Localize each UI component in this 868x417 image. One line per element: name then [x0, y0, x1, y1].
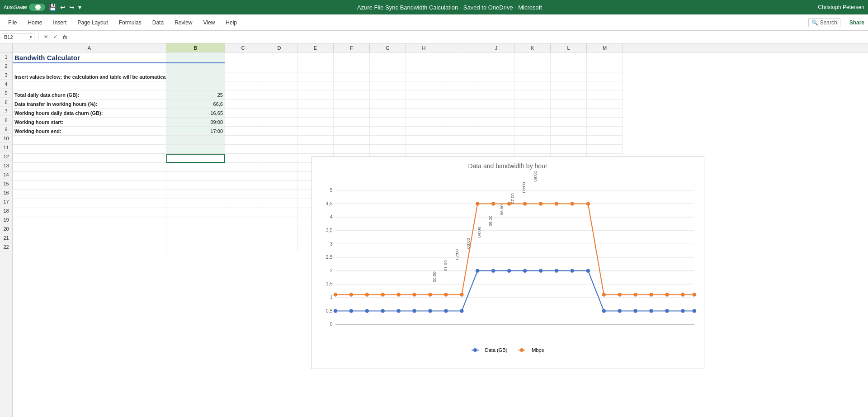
cell-h6[interactable]: [406, 100, 442, 109]
cell-j3[interactable]: [478, 72, 514, 81]
cell-k10[interactable]: [514, 136, 551, 145]
cell-b11[interactable]: [166, 145, 225, 154]
row-num-2[interactable]: 2: [0, 62, 12, 71]
cell-ref-dropdown-icon[interactable]: ▾: [30, 35, 32, 39]
cell-m11[interactable]: [587, 145, 623, 154]
cell-a1[interactable]: Bandwith Calculator: [13, 52, 166, 63]
tab-data[interactable]: Data: [148, 18, 168, 28]
undo-icon[interactable]: ↩: [60, 4, 66, 11]
cell-h8[interactable]: [406, 118, 442, 127]
cell-j10[interactable]: [478, 136, 514, 145]
cell-c2[interactable]: [225, 63, 261, 72]
cell-a8[interactable]: Working hours start:: [13, 118, 166, 127]
cell-l10[interactable]: [551, 136, 587, 145]
cell-b18[interactable]: [166, 208, 225, 217]
cell-c22[interactable]: [225, 244, 261, 253]
col-header-l[interactable]: L: [551, 43, 587, 52]
cell-h1[interactable]: [406, 52, 442, 63]
row-num-3[interactable]: 3: [0, 71, 12, 80]
col-header-k[interactable]: K: [514, 43, 551, 52]
cell-d1[interactable]: [261, 52, 297, 63]
col-header-a[interactable]: A: [13, 43, 166, 52]
cell-m6[interactable]: [587, 100, 623, 109]
cell-c1[interactable]: [225, 52, 261, 63]
col-header-d[interactable]: D: [261, 43, 297, 52]
cell-c16[interactable]: [225, 190, 261, 199]
cell-d17[interactable]: [261, 199, 297, 208]
cell-h3[interactable]: [406, 72, 442, 81]
cell-c12[interactable]: [225, 154, 261, 163]
cell-c18[interactable]: [225, 208, 261, 217]
cell-a12[interactable]: [13, 154, 166, 163]
cell-f3[interactable]: [334, 72, 370, 81]
cell-g8[interactable]: [370, 118, 406, 127]
cell-b17[interactable]: [166, 199, 225, 208]
cell-h9[interactable]: [406, 127, 442, 136]
row-num-12[interactable]: 12: [0, 152, 12, 161]
col-header-g[interactable]: G: [370, 43, 406, 52]
cell-a14[interactable]: [13, 172, 166, 181]
cell-l7[interactable]: [551, 109, 587, 118]
cell-d12[interactable]: [261, 154, 297, 163]
cell-f8[interactable]: [334, 118, 370, 127]
cell-f2[interactable]: [334, 63, 370, 72]
cell-m8[interactable]: [587, 118, 623, 127]
cell-g1[interactable]: [370, 52, 406, 63]
tab-file[interactable]: File: [4, 18, 21, 28]
cell-a7[interactable]: Working hours daily data churn (GB):: [13, 109, 166, 118]
cell-a16[interactable]: [13, 190, 166, 199]
cell-c20[interactable]: [225, 226, 261, 235]
cell-b20[interactable]: [166, 226, 225, 235]
cell-m7[interactable]: [587, 109, 623, 118]
cell-a11[interactable]: [13, 145, 166, 154]
formula-confirm-btn[interactable]: ✓: [52, 34, 59, 40]
cell-c10[interactable]: [225, 136, 261, 145]
cell-f1[interactable]: [334, 52, 370, 63]
cell-g11[interactable]: [370, 145, 406, 154]
cell-reference[interactable]: B12 ▾: [2, 33, 34, 41]
cell-a17[interactable]: [13, 199, 166, 208]
share-button[interactable]: Share: [849, 19, 864, 26]
cell-e7[interactable]: [297, 109, 334, 118]
cell-b21[interactable]: [166, 235, 225, 244]
cell-b19[interactable]: [166, 217, 225, 226]
formula-input[interactable]: [77, 33, 866, 41]
cell-f5[interactable]: [334, 90, 370, 100]
cell-i8[interactable]: [442, 118, 478, 127]
cell-e11[interactable]: [297, 145, 334, 154]
cell-g7[interactable]: [370, 109, 406, 118]
cell-g9[interactable]: [370, 127, 406, 136]
row-num-7[interactable]: 7: [0, 107, 12, 116]
cell-d21[interactable]: [261, 235, 297, 244]
row-num-10[interactable]: 10: [0, 134, 12, 143]
cell-c8[interactable]: [225, 118, 261, 127]
formula-cancel-btn[interactable]: ✕: [42, 34, 50, 40]
cell-j1[interactable]: [478, 52, 514, 63]
cell-f6[interactable]: [334, 100, 370, 109]
col-header-h[interactable]: H: [406, 43, 442, 52]
cell-m1[interactable]: [587, 52, 623, 63]
cell-c11[interactable]: [225, 145, 261, 154]
row-num-14[interactable]: 14: [0, 170, 12, 179]
cell-g5[interactable]: [370, 90, 406, 100]
cell-b7[interactable]: 16,65: [166, 109, 225, 118]
cell-c14[interactable]: [225, 172, 261, 181]
row-num-13[interactable]: 13: [0, 161, 12, 170]
cell-a2[interactable]: [13, 63, 166, 72]
tab-home[interactable]: Home: [23, 18, 47, 28]
cell-c15[interactable]: [225, 181, 261, 190]
row-num-15[interactable]: 15: [0, 179, 12, 188]
cell-i2[interactable]: [442, 63, 478, 72]
cell-e5[interactable]: [297, 90, 334, 100]
cell-d6[interactable]: [261, 100, 297, 109]
cell-e10[interactable]: [297, 136, 334, 145]
cell-j4[interactable]: [478, 81, 514, 90]
col-header-b[interactable]: B: [166, 43, 225, 52]
cell-c7[interactable]: [225, 109, 261, 118]
cell-d11[interactable]: [261, 145, 297, 154]
cell-j2[interactable]: [478, 63, 514, 72]
cell-k5[interactable]: [514, 90, 551, 100]
cell-f11[interactable]: [334, 145, 370, 154]
cell-a21[interactable]: [13, 235, 166, 244]
cell-j7[interactable]: [478, 109, 514, 118]
